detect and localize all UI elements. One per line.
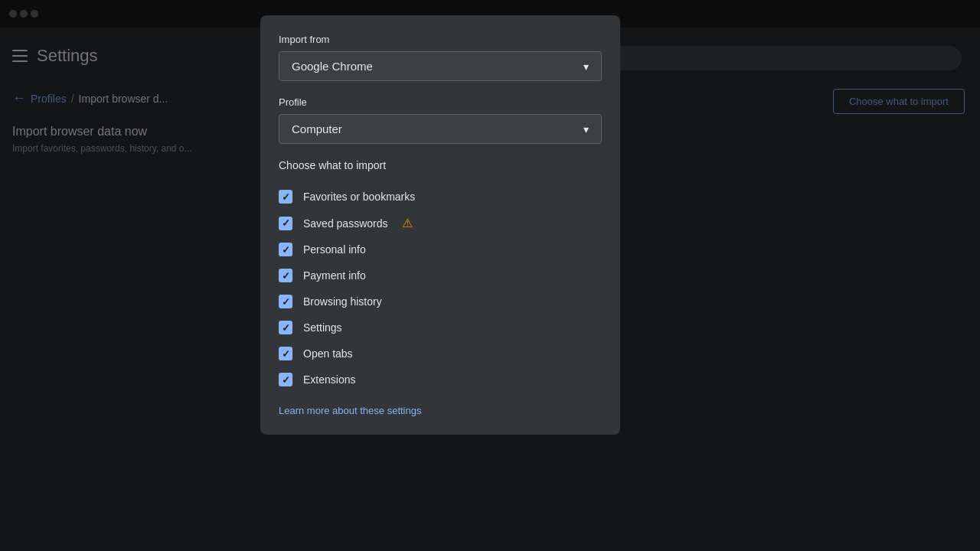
checkbox-favorites-input[interactable]	[279, 190, 292, 204]
checkbox-settings-input[interactable]	[279, 321, 292, 334]
choose-section-title: Choose what to import	[279, 159, 602, 171]
checkbox-settings[interactable]: Settings	[279, 315, 602, 341]
checkbox-favorites-label: Favorites or bookmarks	[303, 191, 415, 203]
checkbox-opentabs[interactable]: Open tabs	[279, 341, 602, 367]
checkbox-payment[interactable]: Payment info	[279, 262, 602, 289]
checkbox-opentabs-input[interactable]	[279, 347, 292, 360]
import-modal: Import from Google Chrome ▾ Profile Comp…	[260, 15, 620, 435]
profile-label: Profile	[279, 96, 602, 108]
checkbox-extensions-input[interactable]	[279, 373, 292, 386]
checkbox-favorites[interactable]: Favorites or bookmarks	[279, 184, 602, 210]
profile-value: Computer	[292, 122, 342, 135]
profile-dropdown[interactable]: Computer ▾	[279, 114, 602, 144]
import-from-label: Import from	[279, 34, 602, 45]
checkbox-personal-input[interactable]	[279, 243, 292, 256]
checkbox-personal-label: Personal info	[303, 243, 366, 256]
checkbox-browsing-input[interactable]	[279, 295, 292, 308]
profile-dropdown-arrow-icon: ▾	[583, 123, 589, 135]
checkbox-personal[interactable]: Personal info	[279, 236, 602, 262]
checkbox-passwords-input[interactable]	[279, 217, 292, 230]
import-from-dropdown[interactable]: Google Chrome ▾	[279, 51, 602, 81]
checkbox-payment-input[interactable]	[279, 269, 292, 282]
checkbox-browsing[interactable]: Browsing history	[279, 289, 602, 315]
checkbox-payment-label: Payment info	[303, 269, 366, 282]
learn-more-link[interactable]: Learn more about these settings	[279, 405, 602, 416]
checkbox-extensions-label: Extensions	[303, 373, 355, 386]
import-from-value: Google Chrome	[292, 60, 373, 73]
checkbox-extensions[interactable]: Extensions	[279, 367, 602, 393]
checkbox-opentabs-label: Open tabs	[303, 347, 353, 360]
checkbox-passwords-label: Saved passwords	[303, 217, 388, 230]
warning-icon: ⚠	[402, 216, 413, 230]
dropdown-arrow-icon: ▾	[583, 60, 589, 73]
checkbox-browsing-label: Browsing history	[303, 295, 382, 308]
checkbox-settings-label: Settings	[303, 321, 342, 334]
checkbox-passwords[interactable]: Saved passwords ⚠	[279, 210, 602, 236]
